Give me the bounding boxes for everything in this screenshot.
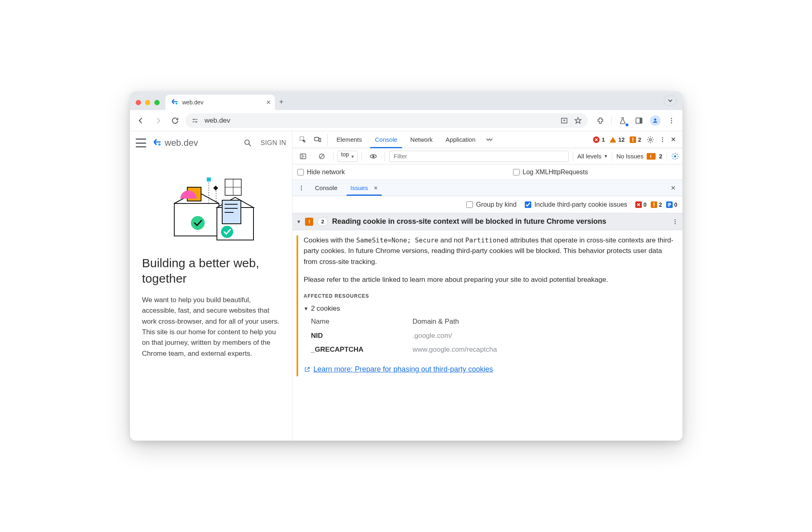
cookies-disclosure[interactable]: ▼ 2 cookies (304, 303, 677, 314)
tab-list-button[interactable] (664, 95, 677, 106)
svg-rect-47 (650, 155, 651, 157)
external-link-icon (304, 366, 310, 373)
log-xhr-checkbox[interactable]: Log XMLHttpRequests (513, 169, 588, 176)
console-toolbar: top ▼ All levels ▼ No Issues (292, 148, 682, 164)
omnibox[interactable]: web.dev (185, 113, 588, 128)
svg-point-61 (674, 219, 676, 221)
warning-icon (610, 137, 616, 143)
side-panel-icon[interactable] (632, 114, 646, 128)
browser-window: web.dev ✕ + web.dev (130, 91, 682, 441)
chrome-menu-button[interactable] (665, 114, 678, 128)
hide-network-checkbox[interactable]: Hide network (297, 169, 345, 176)
issues-badge[interactable]: 2 (630, 136, 641, 143)
devtools-settings-icon[interactable] (646, 136, 654, 144)
forward-button[interactable] (151, 114, 165, 128)
zoom-window-button[interactable] (154, 100, 160, 105)
labs-icon[interactable] (616, 114, 630, 128)
reload-button[interactable] (168, 114, 182, 128)
svg-point-38 (662, 139, 663, 140)
browser-actions (591, 114, 678, 128)
svg-point-7 (671, 120, 672, 121)
devtools-more-icon[interactable] (659, 136, 666, 143)
extensions-icon[interactable] (593, 114, 607, 128)
search-icon[interactable] (243, 138, 252, 147)
svg-rect-35 (632, 141, 633, 142)
breaking-changes-count[interactable]: 2 (651, 201, 662, 208)
svg-rect-58 (668, 203, 671, 204)
site-brand[interactable]: web.dev (153, 138, 198, 148)
issue-paragraph-2: Please refer to the article linked to le… (304, 275, 677, 285)
errors-badge[interactable]: 1 (593, 136, 605, 143)
cookie-table: Name Domain & Path NID .google.com/ _GRE… (304, 316, 677, 357)
back-button[interactable] (134, 114, 148, 128)
issue-header[interactable]: ▼ ! 2 Reading cookie in cross-site conte… (292, 213, 682, 230)
close-drawer-button[interactable]: ✕ (667, 184, 680, 192)
clear-console-icon[interactable] (314, 153, 329, 160)
tab-title: web.dev (182, 99, 204, 106)
omnibox-actions (560, 117, 582, 125)
profile-button[interactable] (648, 114, 662, 128)
url-text: web.dev (205, 117, 230, 125)
svg-rect-56 (654, 206, 654, 207)
no-issues-label[interactable]: No Issues 2 (616, 153, 662, 160)
cookie-row[interactable]: _GRECAPTCHA www.google.com/recaptcha (311, 343, 677, 357)
warnings-badge[interactable]: 12 (610, 136, 625, 143)
site-settings-icon[interactable] (191, 117, 199, 124)
devtools-tabbar: Elements Console Network Application 1 1… (292, 131, 682, 148)
tab-elements[interactable]: Elements (330, 131, 369, 148)
brand-text: web.dev (165, 138, 198, 148)
page-body: Building a better web, together We want … (130, 247, 292, 371)
include-third-party-checkbox[interactable]: Include third-party cookie issues (525, 201, 628, 208)
drawer-more-icon[interactable] (295, 185, 308, 191)
tab-strip: web.dev ✕ + (165, 91, 658, 110)
svg-point-49 (674, 155, 676, 157)
svg-point-0 (175, 103, 178, 105)
minimize-window-button[interactable] (145, 100, 150, 105)
toggle-sidebar-icon[interactable] (296, 153, 310, 160)
new-tab-button[interactable]: + (275, 95, 288, 108)
browser-tab-active[interactable]: web.dev ✕ (165, 95, 275, 110)
close-window-button[interactable] (136, 100, 141, 105)
more-tabs-button[interactable] (482, 131, 496, 148)
device-toggle-icon[interactable] (310, 131, 325, 148)
expand-toggle-icon[interactable]: ▼ (297, 219, 301, 225)
disclosure-triangle-icon: ▼ (304, 305, 309, 313)
page-errors-count[interactable]: 0 (635, 201, 647, 208)
install-app-icon[interactable] (560, 117, 568, 125)
close-tab-button[interactable]: ✕ (266, 99, 271, 106)
svg-point-39 (662, 141, 663, 142)
titlebar: web.dev ✕ + (130, 91, 682, 110)
issue-count-pill: 2 (317, 217, 328, 226)
col-name: Name (311, 316, 396, 327)
cookie-row[interactable]: NID .google.com/ (311, 329, 677, 343)
content-area: web.dev SIGN IN (130, 131, 682, 441)
toolbar: web.dev (130, 110, 682, 131)
issue-more-icon[interactable] (672, 218, 678, 225)
bookmark-icon[interactable] (574, 117, 582, 125)
drawer-tabbar: Console Issues ✕ ✕ (292, 180, 682, 196)
live-expression-icon[interactable] (366, 152, 381, 160)
group-by-kind-checkbox[interactable]: Group by kind (466, 201, 517, 208)
svg-point-63 (674, 223, 676, 224)
svg-rect-31 (319, 138, 320, 141)
improvements-count[interactable]: 0 (666, 201, 678, 208)
learn-more-link[interactable]: Learn more: Prepare for phasing out thir… (304, 364, 493, 375)
menu-button[interactable] (136, 138, 146, 147)
tab-console[interactable]: Console (368, 131, 404, 148)
svg-point-52 (301, 189, 302, 190)
filter-input[interactable] (389, 151, 569, 162)
devtools-close-button[interactable]: ✕ (671, 136, 676, 143)
site-header: web.dev SIGN IN (130, 131, 292, 155)
log-levels-select[interactable]: All levels ▼ (577, 153, 608, 160)
console-settings-icon[interactable] (671, 152, 679, 160)
context-select[interactable]: top ▼ (338, 151, 357, 162)
drawer-tab-console[interactable]: Console (310, 180, 343, 196)
inspect-element-icon[interactable] (296, 131, 310, 148)
sign-in-link[interactable]: SIGN IN (260, 139, 286, 147)
tab-application[interactable]: Application (439, 131, 482, 148)
issue-paragraph-1: Cookies with the SameSite=None; Secure a… (304, 235, 677, 267)
tab-network[interactable]: Network (404, 131, 439, 148)
drawer-tab-issues[interactable]: Issues ✕ (345, 180, 383, 196)
svg-point-21 (221, 226, 233, 238)
close-drawer-tab-button[interactable]: ✕ (374, 185, 378, 191)
